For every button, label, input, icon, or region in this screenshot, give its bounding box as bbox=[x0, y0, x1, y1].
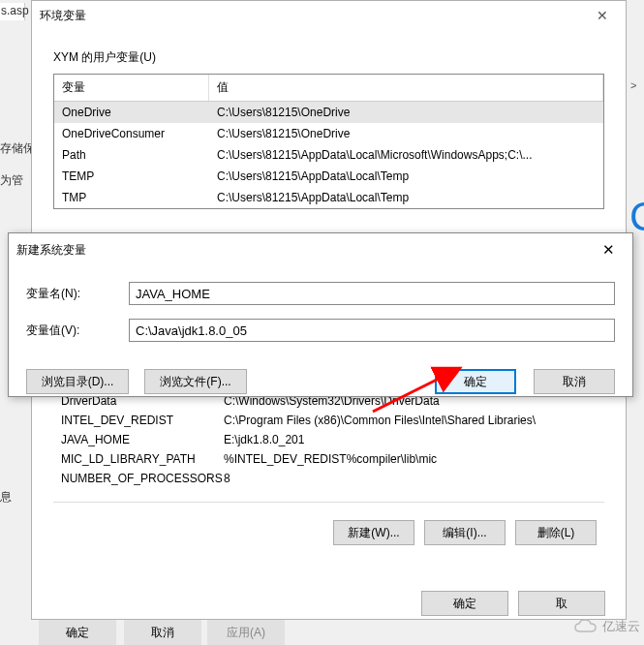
dialog-title: 新建系统变量 bbox=[16, 242, 86, 259]
cell-value: C:\Users\81215\OneDrive bbox=[209, 102, 603, 123]
close-icon[interactable]: ✕ bbox=[593, 239, 625, 261]
cell-value: E:\jdk1.8.0_201 bbox=[224, 433, 597, 446]
table-row[interactable]: OneDriveConsumer C:\Users\81215\OneDrive bbox=[54, 123, 603, 144]
cell-value: C:\Users\81215\AppData\Local\Temp bbox=[209, 187, 603, 208]
table-row[interactable]: Path C:\Users\81215\AppData\Local\Micros… bbox=[54, 144, 603, 166]
variable-name-input[interactable] bbox=[129, 282, 615, 305]
table-row[interactable]: OneDrive C:\Users\81215\OneDrive bbox=[54, 102, 603, 123]
new-system-variable-dialog: 新建系统变量 ✕ 变量名(N): 变量值(V): 浏览目录(D)... 浏览文件… bbox=[8, 232, 633, 397]
cell-value: C:\Users\81215\AppData\Local\Microsoft\W… bbox=[209, 144, 603, 166]
col-value[interactable]: 值 bbox=[209, 75, 603, 101]
cell-name: TEMP bbox=[54, 166, 209, 187]
bg-label-xi: 息 bbox=[0, 489, 12, 506]
table-row[interactable]: TMP C:\Users\81215\AppData\Local\Temp bbox=[54, 187, 603, 208]
close-icon[interactable]: ✕ bbox=[587, 4, 618, 27]
cell-name: OneDrive bbox=[54, 102, 209, 123]
cell-name: OneDriveConsumer bbox=[54, 123, 209, 144]
delete-button[interactable]: 删除(L) bbox=[515, 520, 597, 545]
edit-button[interactable]: 编辑(I)... bbox=[424, 520, 506, 545]
cell-name: INTEL_DEV_REDIST bbox=[61, 414, 224, 427]
table-row[interactable]: MIC_LD_LIBRARY_PATH %INTEL_DEV_REDIST%co… bbox=[53, 449, 604, 469]
cell-name: MIC_LD_LIBRARY_PATH bbox=[61, 452, 224, 466]
cell-value: C:\Users\81215\AppData\Local\Temp bbox=[209, 166, 603, 187]
dialog-titlebar: 环境变量 ✕ bbox=[32, 1, 626, 30]
cell-name: NUMBER_OF_PROCESSORS bbox=[61, 472, 224, 485]
table-header: 变量 值 bbox=[54, 75, 603, 102]
bg-apply-button[interactable]: 应用(A) bbox=[207, 620, 285, 645]
table-row[interactable]: JAVA_HOME E:\jdk1.8.0_201 bbox=[53, 430, 604, 449]
new-button[interactable]: 新建(W)... bbox=[333, 520, 414, 545]
table-row[interactable]: TEMP C:\Users\81215\AppData\Local\Temp bbox=[54, 166, 603, 187]
table-row[interactable]: NUMBER_OF_PROCESSORS 8 bbox=[53, 469, 604, 488]
variable-value-row: 变量值(V): bbox=[26, 319, 615, 342]
bg-cancel-button[interactable]: 取消 bbox=[124, 620, 201, 645]
cell-name: Path bbox=[54, 144, 209, 166]
bg-label-weiguan: 为管 bbox=[0, 172, 23, 189]
bg-ok-button[interactable]: 确定 bbox=[39, 620, 116, 645]
cell-value: %INTEL_DEV_REDIST%compiler\lib\mic bbox=[224, 452, 597, 466]
cell-value: C:\Users\81215\OneDrive bbox=[209, 123, 603, 144]
cell-value: 8 bbox=[224, 472, 597, 485]
sys-button-row: 新建(W)... 编辑(I)... 删除(L) bbox=[53, 508, 604, 551]
watermark-text: 亿速云 bbox=[602, 618, 640, 635]
variable-value-input[interactable] bbox=[129, 319, 615, 342]
bg-label-cunchu: 存储保 bbox=[0, 140, 35, 157]
dialog-titlebar: 新建系统变量 ✕ bbox=[9, 233, 632, 266]
col-name[interactable]: 变量 bbox=[54, 75, 209, 101]
user-vars-label: XYM 的用户变量(U) bbox=[53, 49, 604, 66]
cell-name: JAVA_HOME bbox=[61, 433, 224, 446]
dialog-title: 环境变量 bbox=[40, 8, 86, 24]
variable-name-label: 变量名(N): bbox=[26, 286, 129, 302]
bg-asp-fragment: s.asp bbox=[0, 3, 25, 20]
browse-file-button[interactable]: 浏览文件(F)... bbox=[144, 369, 247, 394]
system-variables-table[interactable]: DriverData C:\Windows\System32\Drivers\D… bbox=[53, 384, 604, 496]
cell-name: TMP bbox=[54, 187, 209, 208]
variable-value-label: 变量值(V): bbox=[26, 322, 129, 339]
user-variables-table[interactable]: 变量 值 OneDrive C:\Users\81215\OneDrive On… bbox=[53, 74, 604, 209]
cloud-icon bbox=[573, 618, 598, 635]
cancel-button[interactable]: 取消 bbox=[534, 369, 615, 394]
env-dialog-footer: 确定 取 bbox=[31, 591, 627, 616]
dialog-button-row: 浏览目录(D)... 浏览文件(F)... 确定 取消 bbox=[9, 363, 632, 394]
bg-arrow-right: > bbox=[630, 79, 636, 91]
table-row[interactable]: INTEL_DEV_REDIST C:\Program Files (x86)\… bbox=[53, 411, 604, 430]
variable-name-row: 变量名(N): bbox=[26, 282, 615, 305]
ok-button[interactable]: 确定 bbox=[435, 369, 516, 394]
browse-directory-button[interactable]: 浏览目录(D)... bbox=[26, 369, 129, 394]
divider bbox=[53, 502, 604, 503]
cell-value: C:\Program Files (x86)\Common Files\Inte… bbox=[224, 414, 597, 427]
watermark: 亿速云 bbox=[573, 618, 640, 635]
cancel-button[interactable]: 取 bbox=[518, 591, 605, 616]
ok-button[interactable]: 确定 bbox=[421, 591, 508, 616]
